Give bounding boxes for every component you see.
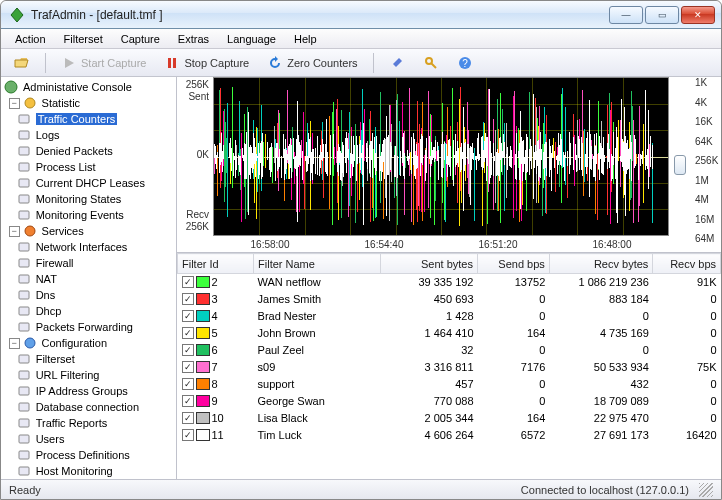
tree-item-process-definitions[interactable]: Process Definitions xyxy=(3,447,176,463)
col-filter-id[interactable]: Filter Id xyxy=(178,254,254,274)
row-checkbox[interactable]: ✓ xyxy=(182,412,194,424)
tree-group-configuration[interactable]: −Configuration xyxy=(3,335,176,351)
row-checkbox[interactable]: ✓ xyxy=(182,378,194,390)
send-bps: 0 xyxy=(478,393,550,410)
y-axis-left: 256K Sent 0K Recv 256K xyxy=(177,77,213,252)
item-icon xyxy=(16,415,32,431)
tree-item-monitoring-events[interactable]: Monitoring Events xyxy=(3,207,176,223)
row-checkbox[interactable]: ✓ xyxy=(182,344,194,356)
table-row[interactable]: ✓11Tim Luck4 606 264657227 691 17316420 xyxy=(178,427,721,444)
col-filter-name[interactable]: Filter Name xyxy=(254,254,381,274)
tree-item-dhcp[interactable]: Dhcp xyxy=(3,303,176,319)
row-checkbox[interactable]: ✓ xyxy=(182,293,194,305)
tool-edit-button[interactable] xyxy=(382,52,412,74)
filters-table[interactable]: Filter IdFilter NameSent bytesSend bpsRe… xyxy=(177,253,721,479)
table-row[interactable]: ✓3James Smith450 6930883 1840 xyxy=(178,291,721,308)
collapse-icon[interactable]: − xyxy=(9,226,20,237)
close-button[interactable]: ✕ xyxy=(681,6,715,24)
menu-capture[interactable]: Capture xyxy=(113,31,168,47)
tool-help-button[interactable]: ? xyxy=(450,52,480,74)
row-checkbox[interactable]: ✓ xyxy=(182,361,194,373)
tree-item-users[interactable]: Users xyxy=(3,431,176,447)
tool-key-button[interactable] xyxy=(416,52,446,74)
zero-counters-button[interactable]: Zero Counters xyxy=(260,52,364,74)
window-title: TrafAdmin - [default.tmf ] xyxy=(31,8,607,22)
item-icon xyxy=(16,111,32,127)
tree-root[interactable]: Administative Console xyxy=(3,79,176,95)
menu-action[interactable]: Action xyxy=(7,31,54,47)
table-row[interactable]: ✓7s093 316 811717650 533 93475K xyxy=(178,359,721,376)
svg-point-7 xyxy=(5,81,17,93)
tree-item-traffic-counters[interactable]: Traffic Counters xyxy=(3,111,176,127)
resize-grip[interactable] xyxy=(699,483,713,497)
col-send-bps[interactable]: Send bps xyxy=(478,254,550,274)
maximize-button[interactable]: ▭ xyxy=(645,6,679,24)
menu-filterset[interactable]: Filterset xyxy=(56,31,111,47)
tree-item-monitoring-states[interactable]: Monitoring States xyxy=(3,191,176,207)
table-row[interactable]: ✓10Lisa Black2 005 34416422 975 4700 xyxy=(178,410,721,427)
tree-item-database-connection[interactable]: Database connection xyxy=(3,399,176,415)
nav-tree[interactable]: Administative Console −Statistic Traffic… xyxy=(1,77,177,479)
menu-help[interactable]: Help xyxy=(286,31,325,47)
tree-group-statistic[interactable]: −Statistic xyxy=(3,95,176,111)
tree-item-host-monitoring[interactable]: Host Monitoring xyxy=(3,463,176,479)
collapse-icon[interactable]: − xyxy=(9,98,20,109)
sent-bytes: 2 005 344 xyxy=(380,410,477,427)
tree-item-ip-address-groups[interactable]: IP Address Groups xyxy=(3,383,176,399)
tree-item-dns[interactable]: Dns xyxy=(3,287,176,303)
tree-item-filterset[interactable]: Filterset xyxy=(3,351,176,367)
item-icon xyxy=(16,127,32,143)
filter-id: 5 xyxy=(212,327,218,339)
filter-name: Paul Zeel xyxy=(254,342,381,359)
stop-capture-button[interactable]: Stop Capture xyxy=(157,52,256,74)
table-row[interactable]: ✓8support45704320 xyxy=(178,376,721,393)
start-capture-label: Start Capture xyxy=(81,57,146,69)
item-icon xyxy=(16,367,32,383)
tree-item-traffic-reports[interactable]: Traffic Reports xyxy=(3,415,176,431)
tree-item-firewall[interactable]: Firewall xyxy=(3,255,176,271)
table-row[interactable]: ✓2WAN netflow39 335 192137521 086 219 23… xyxy=(178,274,721,291)
tree-item-url-filtering[interactable]: URL Filtering xyxy=(3,367,176,383)
row-checkbox[interactable]: ✓ xyxy=(182,276,194,288)
table-row[interactable]: ✓4Brad Nester1 428000 xyxy=(178,308,721,325)
col-recv-bytes[interactable]: Recv bytes xyxy=(549,254,653,274)
table-row[interactable]: ✓6Paul Zeel32000 xyxy=(178,342,721,359)
color-swatch xyxy=(196,395,210,407)
col-sent-bytes[interactable]: Sent bytes xyxy=(380,254,477,274)
zero-counters-label: Zero Counters xyxy=(287,57,357,69)
tree-item-current-dhcp-leases[interactable]: Current DHCP Leases xyxy=(3,175,176,191)
traffic-chart[interactable] xyxy=(213,77,669,236)
tree-item-packets-forwarding[interactable]: Packets Forwarding xyxy=(3,319,176,335)
tree-item-process-list[interactable]: Process List xyxy=(3,159,176,175)
tree-item-denied-packets[interactable]: Denied Packets xyxy=(3,143,176,159)
x-tick: 16:54:40 xyxy=(327,239,441,250)
svg-rect-10 xyxy=(19,131,29,139)
tree-item-nat[interactable]: NAT xyxy=(3,271,176,287)
tree-item-logs[interactable]: Logs xyxy=(3,127,176,143)
row-checkbox[interactable]: ✓ xyxy=(182,395,194,407)
row-checkbox[interactable]: ✓ xyxy=(182,310,194,322)
row-checkbox[interactable]: ✓ xyxy=(182,327,194,339)
group-icon xyxy=(22,223,38,239)
col-recv-bps[interactable]: Recv bps xyxy=(653,254,721,274)
chart-scale-slider[interactable] xyxy=(674,155,686,175)
svg-rect-3 xyxy=(173,58,176,68)
open-button[interactable] xyxy=(7,52,37,74)
titlebar: TrafAdmin - [default.tmf ] — ▭ ✕ xyxy=(1,1,721,29)
menu-language[interactable]: Language xyxy=(219,31,284,47)
svg-rect-28 xyxy=(19,419,29,427)
tree-item-network-interfaces[interactable]: Network Interfaces xyxy=(3,239,176,255)
minimize-button[interactable]: — xyxy=(609,6,643,24)
recv-bps: 0 xyxy=(653,308,721,325)
menu-extras[interactable]: Extras xyxy=(170,31,217,47)
color-swatch xyxy=(196,276,210,288)
collapse-icon[interactable]: − xyxy=(9,338,20,349)
y-axis-right: 1K4K16K64K256K1M4M16M64M xyxy=(691,77,721,252)
sent-bytes: 1 464 410 xyxy=(380,325,477,342)
svg-rect-21 xyxy=(19,307,29,315)
item-icon xyxy=(16,399,32,415)
table-row[interactable]: ✓5John Brown1 464 4101644 735 1690 xyxy=(178,325,721,342)
tree-group-services[interactable]: −Services xyxy=(3,223,176,239)
table-row[interactable]: ✓9George Swan770 088018 709 0890 xyxy=(178,393,721,410)
row-checkbox[interactable]: ✓ xyxy=(182,429,194,441)
